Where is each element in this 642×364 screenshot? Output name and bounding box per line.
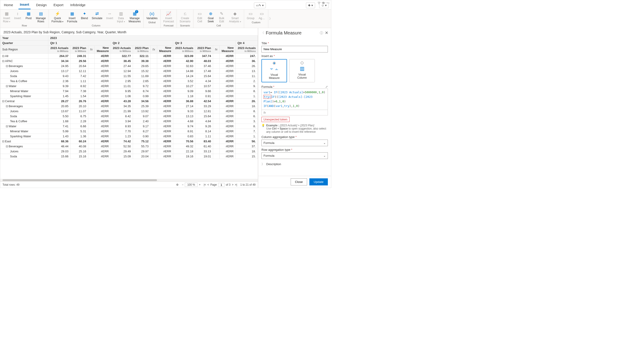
description-toggle[interactable]: 〉 Description (262, 162, 328, 166)
row-agg-select[interactable]: Formula ⌄ (262, 152, 328, 159)
ribbon-create-scenario: ⎌CreateScenario (178, 10, 192, 24)
col-agg-label: Column aggregation type (262, 135, 328, 139)
table-row[interactable]: Tea & Coffee2.361.11#ERR2.952.65#ERR3.52… (0, 79, 258, 84)
popout-icon[interactable]: ⧉ (322, 1, 324, 5)
chevron-down-icon: ▾ (312, 4, 313, 7)
ribbon-quick-formula[interactable]: ⚡QuickFormula ▾ (50, 10, 65, 24)
settings-icon[interactable]: ⚙ (176, 183, 179, 186)
table-row[interactable]: Juices13.1712.11#ERR12.9415.32#ERR14.881… (0, 69, 258, 74)
ribbon-edit-cell: ▭EditCell (195, 10, 205, 24)
description-label: Description (266, 162, 281, 166)
col-agg-select[interactable]: Formula ⌄ (262, 140, 328, 146)
ribbon: ▦InsertRow ▾↕Invert▦Pivot▤ManageRowsRow⚡… (0, 10, 331, 28)
zoom-out-button[interactable]: − (182, 183, 184, 186)
table-row[interactable]: Mineral Water7.947.38#ERR9.958.74#ERR9.0… (0, 89, 258, 94)
row-agg-label: Row aggregation type (262, 148, 328, 152)
ribbon-variables[interactable]: (x)Variables (145, 10, 159, 20)
table-row[interactable]: ⊟East68.3660.24#ERR74.4275.12#ERR70.5683… (0, 139, 258, 144)
prev-page-button[interactable]: < (208, 183, 209, 186)
table-row[interactable]: Sparkling Water1.431.36#ERR1.230.90#ERR0… (0, 134, 258, 139)
chevron-down-icon: ⌄ (323, 154, 326, 157)
zoom-in-button[interactable]: + (199, 183, 200, 186)
total-rows-label: Total rows: (2, 183, 16, 186)
chevron-down-icon: ▾ (262, 4, 264, 7)
tab-insert[interactable]: Insert (18, 1, 30, 9)
filter-icon[interactable]: ▽ (318, 1, 320, 5)
formula-measure-panel: 〈 Formula Measure i ✕ Title Insert as ⫟⫠… (258, 28, 331, 188)
tab-export[interactable]: Export (52, 2, 65, 9)
update-button[interactable]: Update (309, 178, 328, 186)
ribbon-goal-seek[interactable]: ⊕GoalSeek (206, 10, 216, 24)
comment-icon: ✚ (308, 4, 310, 7)
ribbon-bulk-edit: ✎BulkEdit (217, 10, 227, 24)
ribbon-insert-formula[interactable]: ▦InsertFormula (66, 10, 78, 24)
back-icon[interactable]: 〈 (261, 31, 264, 35)
page-input[interactable] (218, 183, 224, 187)
table-row[interactable]: ⊟Central28.2726.76#ERR43.2834.56#ERR36.8… (0, 99, 258, 104)
ribbon-insert-forecast: 📈InsertForecast (162, 10, 176, 24)
table-row[interactable]: Sparkling Water1.451.54#ERR1.060.99#ERR1… (0, 94, 258, 99)
table-row[interactable]: ⊟Beverages48.4440.08#ERR52.5055.73#ERR49… (0, 144, 258, 149)
menu-tabstrip: HomeInsertDesignExportInfobridge ▭✎▾ ✚▾ … (0, 0, 331, 10)
tab-design[interactable]: Design (35, 2, 48, 9)
formula-hint: Example : [2023 Actuals] + [2023 Plan] U… (266, 124, 328, 134)
table-row[interactable]: ⊟Water7.416.66#ERR8.939.17#ERR9.749.26#E… (0, 124, 258, 129)
table-row[interactable]: ⊟All264.37249.31#ERR322.77322.11#ERR323.… (0, 54, 258, 58)
table-row[interactable]: Soda15.6615.16#ERR15.0920.04#ERR19.1619.… (0, 154, 258, 159)
title-field-label: Title (262, 42, 328, 45)
table-row[interactable]: Juices29.0325.16#ERR29.4929.97#ERR22.183… (0, 149, 258, 154)
table-row[interactable]: Mineral Water5.995.31#ERR7.708.27#ERR8.9… (0, 129, 258, 134)
table-row[interactable]: ⊟Beverages20.8520.10#ERR34.3525.39#ERR27… (0, 104, 258, 109)
tab-home[interactable]: Home (2, 2, 14, 9)
insert-as-visual-column[interactable]: ▥VisualColumn (289, 59, 315, 82)
next-page-button[interactable]: > (232, 183, 234, 186)
ribbon-invert: ↕Invert (12, 10, 22, 24)
last-page-button[interactable]: >| (235, 183, 237, 186)
chevron-down-icon: ⌄ (323, 141, 326, 144)
close-icon[interactable]: ✕ (325, 30, 328, 35)
pen-icon: ▭✎ (256, 4, 261, 7)
formula-label: Formula (262, 85, 274, 88)
grid-footer: Total rows: 49 ⚙ − 100 % + |< < Page of … (0, 182, 258, 188)
zoom-value[interactable]: 100 % (185, 183, 198, 187)
data-grid[interactable]: Year2023QuarterQtr 1Qtr 2Qtr 3Qtr 4Sub R… (0, 35, 258, 159)
horizontal-scrollbar[interactable] (0, 179, 258, 182)
ribbon-data-input: ▥DataInput ▾ (116, 10, 126, 24)
ribbon-blend[interactable]: ✦Blend (80, 10, 90, 24)
fx-indicator: fx (262, 110, 328, 116)
table-row[interactable]: ⊟APAC34.3429.56#ERR38.4539.38#ERR42.9048… (0, 58, 258, 64)
title-input[interactable] (262, 46, 328, 52)
ribbon-smart-analysis: ◆SmartAnalysis ▾ (228, 10, 242, 24)
grid-title: 2023 Actuals, 2023 Plan by Sub Region, C… (0, 28, 258, 35)
ribbon-simulate[interactable]: ⇄Simulate (90, 10, 104, 24)
table-row[interactable]: ⊟Water9.398.92#ERR11.019.72#ERR10.2710.5… (0, 84, 258, 89)
table-row[interactable]: Soda9.437.42#ERR11.5511.69#ERR14.2415.64… (0, 74, 258, 79)
row-range: 1 to 21 of 49 (240, 183, 256, 186)
ribbon-manage-rows[interactable]: ▤ManageRows (34, 10, 47, 24)
expand-icon[interactable]: ⤢ (325, 85, 328, 88)
table-row[interactable]: Soda5.506.75#ERR8.429.07#ERR13.1315.64#E… (0, 114, 258, 119)
page-label: Page (210, 183, 217, 186)
table-row[interactable]: ⊟Beverages24.9520.64#ERR27.4429.65#ERR32… (0, 64, 258, 69)
tab-infobridge[interactable]: Infobridge (69, 2, 87, 9)
chevron-right-icon: 〉 (262, 162, 264, 166)
edit-mode-split-button[interactable]: ▭✎▾ (254, 2, 266, 8)
panel-title: Formula Measure (266, 30, 318, 36)
more-icon[interactable]: ⋯ (327, 1, 330, 5)
first-page-button[interactable]: |< (204, 183, 206, 186)
close-button[interactable]: Close (291, 178, 307, 186)
page-of-label: of 3 (226, 183, 230, 186)
ribbon-pivot[interactable]: ▦Pivot (24, 10, 34, 24)
insert-as-visual-measure[interactable]: ⫟⫠VisualMeasure (262, 59, 287, 82)
comment-split-button[interactable]: ✚▾ (306, 2, 315, 8)
formula-editor[interactable]: var1= IF([2023 Actuals]>5000000,1,0)try=… (262, 88, 328, 110)
table-row[interactable]: Juices13.6711.07#ERR21.9913.92#ERR9.3312… (0, 109, 258, 114)
row-agg-value: Formula (264, 154, 274, 157)
total-rows-value: 49 (16, 183, 20, 186)
info-icon[interactable]: i (320, 31, 323, 34)
formula-error: Unexpected token (262, 117, 290, 122)
ribbon-ag: ▭Ag… (257, 10, 267, 20)
ribbon-overflow[interactable]: 〉 (268, 10, 273, 28)
ribbon-manage-measures[interactable]: ▦2ManageMeasures (127, 10, 142, 24)
table-row[interactable]: Tea & Coffee1.682.28#ERR3.942.40#ERR4.68… (0, 119, 258, 124)
